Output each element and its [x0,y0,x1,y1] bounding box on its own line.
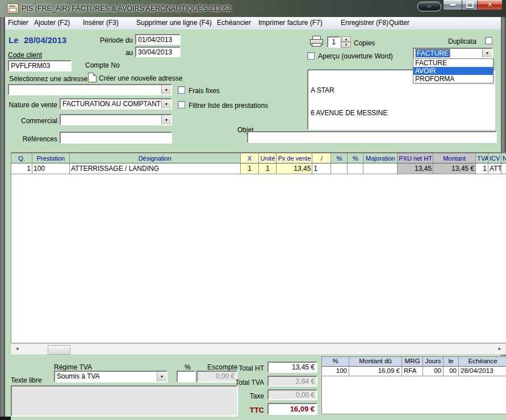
cell-prestation[interactable]: 100 [32,163,70,174]
ttc-field: 16,09 € [267,403,317,415]
col-x[interactable]: X [241,153,260,163]
nature-combobox[interactable]: FACTURATION AU COMPTANT ▼ [60,98,172,110]
sched-cell-echeance[interactable]: 28/04/2013 [459,367,506,376]
doc-type-dropdown-list: FACTURE AVOIR PROFORMA [413,58,494,83]
sched-cell-le[interactable]: 00 [444,367,459,376]
sched-col-mrg[interactable]: MRG [402,357,423,367]
menu-inserer[interactable]: Insérer (F3) [83,19,119,27]
doc-type-option-avoir[interactable]: AVOIR [413,67,493,75]
footer-panel: Régime TVA Soumis à TVA ▼ % Escompte 0,0… [11,356,506,420]
minimize-button[interactable] [443,0,462,10]
cell-montant[interactable]: 13,45 € [433,163,476,174]
commercial-combobox[interactable]: ▼ [60,114,172,125]
menu-quitter[interactable]: Quitter [389,19,409,27]
cell-icv[interactable]: ATT [488,163,501,174]
regime-tva-combobox[interactable]: Soumis à TVA ▼ [54,371,168,383]
cell-pct2[interactable] [348,163,363,174]
cell-tva[interactable]: 1 [476,163,488,174]
schedule-row[interactable]: 100 16,09 € RFA 00 00 28/04/2013 [322,367,506,376]
scroll-left-icon[interactable]: ◄ [12,345,22,353]
texte-libre-textarea[interactable] [11,385,238,417]
duplicata-checkbox[interactable] [485,37,492,44]
cell-unite[interactable]: 1 [259,163,277,174]
objet-field[interactable] [247,131,497,143]
cell-q[interactable]: 1 [11,163,32,174]
doc-type-combobox[interactable]: FACTURE ▼ [413,48,493,58]
cell-majoration[interactable] [363,163,398,174]
chevron-down-icon[interactable]: ▼ [482,49,492,57]
scrollbar-thumb[interactable] [48,345,70,355]
periode-au-field[interactable]: 30/04/2013 [135,47,181,57]
frais-fixes-checkbox[interactable] [178,86,185,94]
col-pct1[interactable]: % [331,153,348,163]
au-label: au [93,49,133,57]
sched-cell-montant[interactable]: 16,09 € [349,367,402,376]
col-px-vente[interactable]: Px de vente [277,153,312,163]
create-address-link[interactable]: Créer une nouvelle adresse [99,74,182,82]
col-pxu-net[interactable]: PXU net HT [398,153,433,163]
references-label: Références [5,135,57,143]
sched-col-echeance[interactable]: Echéance [459,357,506,367]
sched-col-le[interactable]: le [444,357,459,367]
address-combobox[interactable]: ▼ [8,84,172,95]
col-q[interactable]: Q. [11,153,32,163]
col-tva[interactable]: TVA [476,153,488,163]
col-icv[interactable]: ICV [488,153,501,163]
col-clipped[interactable]: N [501,153,506,163]
cell-x[interactable]: 1 [241,163,260,174]
table-row[interactable]: 1 100 ATTERRISSAGE / LANDING 1 1 13,45 1… [11,163,506,174]
frais-fixes-label: Frais fixes [189,87,220,95]
apercu-label: Aperçu (ouverture Word) [318,52,393,60]
client-area: Le 28/04/2013 Période du 01/04/2013 au 3… [5,30,501,417]
doc-type-option-facture[interactable]: FACTURE [413,59,493,67]
doc-type-option-proforma[interactable]: PROFORMA [413,75,493,83]
chevron-down-icon[interactable]: ▼ [161,115,171,124]
col-unite[interactable]: Unité [259,153,277,163]
sched-col-montant[interactable]: Montant dû [349,357,402,367]
sched-col-pct[interactable]: % [322,357,349,367]
copies-field[interactable]: 1 [327,36,340,48]
col-montant[interactable]: Montant [433,153,476,163]
maximize-button[interactable] [462,0,478,10]
code-client-label: Code client [8,51,42,59]
spinner-up-icon[interactable]: ▲ [341,36,351,42]
horizontal-scrollbar[interactable]: ◄ ► [11,343,506,355]
cell-pct1[interactable] [331,163,348,174]
sparkle-icon: ✶ [86,78,90,84]
chevron-down-icon[interactable]: ▼ [161,99,171,108]
cell-designation[interactable]: ATTERRISSAGE / LANDING [70,163,241,174]
sched-cell-mrg[interactable]: RFA [402,367,423,376]
col-pct2[interactable]: % [348,153,363,163]
sched-col-jours[interactable]: Jours [423,357,444,367]
menu-supprimer[interactable]: Supprimer une ligne (F4) [136,19,212,27]
col-designation[interactable]: Désignation [70,153,241,163]
swap-arrows-button[interactable]: ⇔ [417,2,441,11]
filtrer-checkbox[interactable] [178,101,185,108]
escompte-pct-field[interactable] [177,371,195,383]
sched-cell-jours[interactable]: 00 [423,367,444,376]
chevron-down-icon[interactable]: ▼ [157,372,166,381]
cell-clipped[interactable] [501,163,506,174]
periode-du-field[interactable]: 01/04/2013 [135,34,181,45]
chevron-down-icon[interactable]: ▼ [161,85,171,94]
sched-cell-pct[interactable]: 100 [322,367,349,376]
col-majoration[interactable]: Majoration [363,153,398,163]
references-field[interactable] [60,132,172,144]
scroll-right-icon[interactable]: ► [495,345,504,353]
select-address-label: Sélectionnez une adresse [9,75,87,83]
close-button[interactable]: ✕ [478,0,503,10]
cell-px-vente[interactable]: 13,45 [277,163,312,174]
col-prestation[interactable]: Prestation [32,153,70,163]
col-slash[interactable]: / [312,153,331,163]
copies-stepper[interactable]: ▲ ▼ [341,36,351,48]
menu-imprimer[interactable]: Imprimer facture (F7) [258,19,323,27]
code-client-field[interactable]: PVFLFRM03 [8,60,72,72]
menu-ajouter[interactable]: Ajouter (F2) [34,19,70,27]
cell-slash[interactable]: 1 [312,163,331,174]
cell-pxu-net[interactable]: 13,45 [398,163,433,174]
menu-echeancier[interactable]: Echéancier [217,19,251,27]
menu-fichier[interactable]: Fichier [8,19,28,27]
spinner-down-icon[interactable]: ▼ [341,42,351,48]
menu-enregistrer[interactable]: Enregistrer (F8) [341,19,388,27]
apercu-checkbox[interactable] [307,52,315,60]
